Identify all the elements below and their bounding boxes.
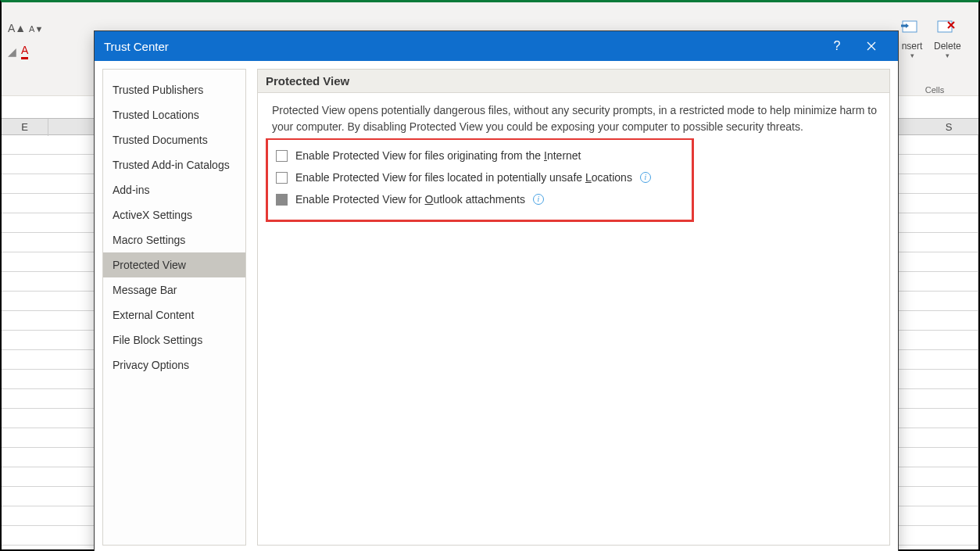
nav-item-trusted-locations[interactable]: Trusted Locations <box>103 102 245 127</box>
nav-item-trusted-add-in-catalogs[interactable]: Trusted Add-in Catalogs <box>103 152 245 177</box>
section-heading: Protected View <box>258 70 889 93</box>
fill-color-icon[interactable]: ◢ <box>8 45 16 58</box>
dialog-titlebar: Trust Center ? <box>95 31 898 61</box>
highlighted-options-box: Enable Protected View for files originat… <box>266 138 694 222</box>
nav-item-activex-settings[interactable]: ActiveX Settings <box>103 202 245 227</box>
close-button[interactable] <box>854 31 889 61</box>
nav-item-add-ins[interactable]: Add-ins <box>103 177 245 202</box>
nav-item-file-block-settings[interactable]: File Block Settings <box>103 327 245 352</box>
nav-item-message-bar[interactable]: Message Bar <box>103 277 245 302</box>
increase-font-icon[interactable]: A▲ A▼ <box>8 22 78 34</box>
checkbox-label[interactable]: Enable Protected View for Outlook attach… <box>295 193 525 206</box>
checkbox-label[interactable]: Enable Protected View for files located … <box>295 171 632 184</box>
checkbox[interactable] <box>276 172 288 184</box>
protected-view-option-1: Enable Protected View for files located … <box>274 166 685 188</box>
protected-view-option-2: Enable Protected View for Outlook attach… <box>274 188 685 210</box>
column-header[interactable]: E <box>2 119 48 136</box>
column-header[interactable]: S <box>900 119 980 136</box>
protected-view-option-0: Enable Protected View for files originat… <box>274 145 685 166</box>
nav-item-external-content[interactable]: External Content <box>103 302 245 327</box>
nav-item-trusted-publishers[interactable]: Trusted Publishers <box>103 77 245 102</box>
insert-button[interactable]: nsert ▾ <box>896 18 928 59</box>
info-icon[interactable]: i <box>640 172 651 183</box>
dialog-nav: Trusted PublishersTrusted LocationsTrust… <box>102 69 246 546</box>
app-frame: A▲ A▼ ◢ A nsert ▾ Delete ▾ Cells E S <box>0 0 980 551</box>
info-icon[interactable]: i <box>533 194 544 205</box>
section-description: Protected View opens potentially dangero… <box>258 93 889 140</box>
dialog-content-pane: Protected View Protected View opens pote… <box>257 69 890 546</box>
nav-item-privacy-options[interactable]: Privacy Options <box>103 352 245 377</box>
delete-button[interactable]: Delete ▾ <box>931 18 964 59</box>
dialog-title: Trust Center <box>104 40 820 53</box>
checkbox[interactable] <box>276 150 288 162</box>
help-icon: ? <box>834 39 841 53</box>
cells-group-label: Cells <box>896 85 974 95</box>
nav-item-protected-view[interactable]: Protected View <box>103 252 245 277</box>
nav-item-macro-settings[interactable]: Macro Settings <box>103 227 245 252</box>
nav-item-trusted-documents[interactable]: Trusted Documents <box>103 127 245 152</box>
checkbox-label[interactable]: Enable Protected View for files originat… <box>295 149 581 162</box>
ribbon-font-group: A▲ A▼ ◢ A <box>8 22 78 77</box>
trust-center-dialog: Trust Center ? Trusted PublishersTrusted… <box>94 30 899 551</box>
checkbox[interactable] <box>276 194 288 206</box>
close-icon <box>867 41 876 51</box>
font-color-icon[interactable]: A <box>21 44 28 59</box>
ribbon-cells-group: nsert ▾ Delete ▾ Cells <box>896 18 974 81</box>
dialog-body: Trusted PublishersTrusted LocationsTrust… <box>95 61 898 551</box>
help-button[interactable]: ? <box>820 31 854 61</box>
